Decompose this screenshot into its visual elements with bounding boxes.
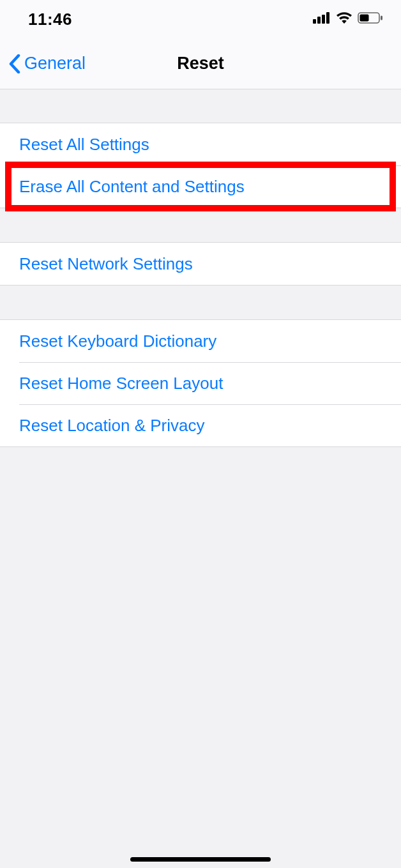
back-button[interactable]: General: [9, 54, 86, 73]
svg-rect-5: [360, 15, 369, 22]
reset-home-screen-layout-row[interactable]: Reset Home Screen Layout: [0, 362, 401, 404]
settings-group: Reset All Settings Erase All Content and…: [0, 123, 401, 208]
row-label: Reset Keyboard Dictionary: [19, 331, 216, 351]
row-label: Reset All Settings: [19, 135, 149, 155]
status-time: 11:46: [28, 10, 72, 29]
reset-all-settings-row[interactable]: Reset All Settings: [0, 123, 401, 165]
status-bar: 11:46: [0, 0, 401, 38]
settings-group: Reset Network Settings: [0, 242, 401, 286]
group-spacer: [0, 89, 401, 123]
chevron-left-icon: [9, 54, 20, 73]
status-indicators: [313, 11, 383, 27]
page-title: Reset: [177, 54, 224, 73]
reset-network-settings-row[interactable]: Reset Network Settings: [0, 243, 401, 285]
reset-keyboard-dictionary-row[interactable]: Reset Keyboard Dictionary: [0, 320, 401, 362]
group-spacer: [0, 208, 401, 242]
row-label: Reset Network Settings: [19, 254, 193, 274]
svg-rect-2: [322, 15, 325, 24]
row-label: Reset Home Screen Layout: [19, 374, 223, 393]
battery-icon: [358, 12, 383, 26]
svg-rect-6: [381, 16, 382, 20]
reset-location-privacy-row[interactable]: Reset Location & Privacy: [0, 404, 401, 446]
nav-bar: General Reset: [0, 38, 401, 89]
cellular-signal-icon: [313, 12, 331, 26]
svg-rect-3: [326, 12, 329, 24]
back-label: General: [24, 54, 86, 73]
svg-rect-1: [317, 17, 321, 24]
svg-rect-0: [313, 19, 316, 24]
group-spacer: [0, 286, 401, 319]
home-indicator[interactable]: [130, 857, 271, 862]
row-label: Erase All Content and Settings: [19, 177, 245, 197]
settings-group: Reset Keyboard Dictionary Reset Home Scr…: [0, 319, 401, 447]
wifi-icon: [336, 11, 352, 27]
erase-all-content-and-settings-row[interactable]: Erase All Content and Settings: [0, 165, 401, 208]
row-label: Reset Location & Privacy: [19, 416, 204, 436]
